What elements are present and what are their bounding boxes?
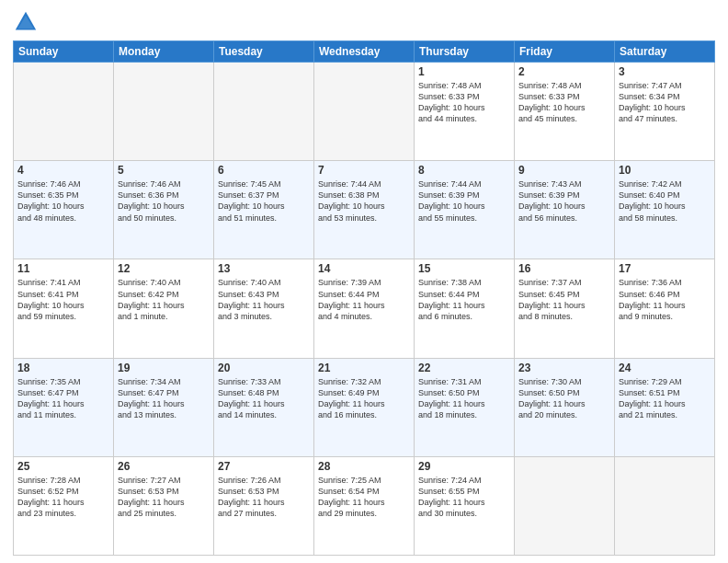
- day-number: 4: [17, 164, 109, 177]
- day-cell: 11Sunrise: 7:41 AMSunset: 6:41 PMDayligh…: [14, 259, 114, 358]
- day-cell: 5Sunrise: 7:46 AMSunset: 6:36 PMDaylight…: [114, 161, 214, 259]
- weekday-header-row: SundayMondayTuesdayWednesdayThursdayFrid…: [14, 41, 715, 63]
- day-info: Sunrise: 7:32 AMSunset: 6:49 PMDaylight:…: [318, 376, 410, 421]
- day-cell: 25Sunrise: 7:28 AMSunset: 6:52 PMDayligh…: [14, 456, 114, 555]
- day-cell: 23Sunrise: 7:30 AMSunset: 6:50 PMDayligh…: [515, 358, 615, 456]
- day-info: Sunrise: 7:45 AMSunset: 6:37 PMDaylight:…: [218, 178, 310, 224]
- day-cell: 27Sunrise: 7:26 AMSunset: 6:53 PMDayligh…: [214, 456, 314, 555]
- header: [13, 9, 715, 35]
- day-cell: 2Sunrise: 7:48 AMSunset: 6:33 PMDaylight…: [515, 63, 615, 161]
- day-number: 7: [318, 164, 410, 177]
- day-info: Sunrise: 7:46 AMSunset: 6:36 PMDaylight:…: [118, 178, 210, 224]
- weekday-saturday: Saturday: [615, 41, 715, 63]
- day-info: Sunrise: 7:33 AMSunset: 6:48 PMDaylight:…: [218, 376, 310, 421]
- day-number: 18: [17, 362, 109, 374]
- day-number: 11: [17, 262, 109, 275]
- day-cell: 3Sunrise: 7:47 AMSunset: 6:34 PMDaylight…: [615, 63, 715, 161]
- day-info: Sunrise: 7:40 AMSunset: 6:43 PMDaylight:…: [218, 277, 310, 322]
- day-info: Sunrise: 7:24 AMSunset: 6:55 PMDaylight:…: [418, 475, 510, 520]
- day-number: 2: [518, 65, 610, 78]
- weekday-tuesday: Tuesday: [214, 41, 314, 63]
- day-info: Sunrise: 7:36 AMSunset: 6:46 PMDaylight:…: [619, 277, 711, 322]
- day-number: 15: [418, 262, 510, 275]
- logo: [13, 9, 42, 35]
- day-number: 28: [318, 460, 410, 473]
- day-cell: 17Sunrise: 7:36 AMSunset: 6:46 PMDayligh…: [615, 259, 715, 358]
- day-info: Sunrise: 7:31 AMSunset: 6:50 PMDaylight:…: [418, 376, 510, 421]
- day-cell: 19Sunrise: 7:34 AMSunset: 6:47 PMDayligh…: [114, 358, 214, 456]
- day-cell: 13Sunrise: 7:40 AMSunset: 6:43 PMDayligh…: [214, 259, 314, 358]
- day-number: 12: [118, 262, 210, 275]
- day-cell: [515, 456, 615, 555]
- day-cell: 26Sunrise: 7:27 AMSunset: 6:53 PMDayligh…: [114, 456, 214, 555]
- day-info: Sunrise: 7:25 AMSunset: 6:54 PMDaylight:…: [318, 475, 410, 520]
- day-number: 26: [118, 460, 210, 473]
- day-cell: 22Sunrise: 7:31 AMSunset: 6:50 PMDayligh…: [415, 358, 515, 456]
- day-cell: 21Sunrise: 7:32 AMSunset: 6:49 PMDayligh…: [314, 358, 415, 456]
- weekday-thursday: Thursday: [415, 41, 515, 63]
- day-cell: 7Sunrise: 7:44 AMSunset: 6:38 PMDaylight…: [314, 161, 415, 259]
- day-cell: [214, 63, 314, 161]
- day-info: Sunrise: 7:29 AMSunset: 6:51 PMDaylight:…: [619, 376, 711, 421]
- day-cell: 18Sunrise: 7:35 AMSunset: 6:47 PMDayligh…: [14, 358, 114, 456]
- day-number: 20: [218, 362, 310, 374]
- day-number: 16: [518, 262, 610, 275]
- day-info: Sunrise: 7:37 AMSunset: 6:45 PMDaylight:…: [518, 277, 610, 322]
- day-info: Sunrise: 7:35 AMSunset: 6:47 PMDaylight:…: [17, 376, 109, 421]
- weekday-wednesday: Wednesday: [314, 41, 415, 63]
- day-cell: [114, 63, 214, 161]
- day-cell: 29Sunrise: 7:24 AMSunset: 6:55 PMDayligh…: [415, 456, 515, 555]
- day-cell: 14Sunrise: 7:39 AMSunset: 6:44 PMDayligh…: [314, 259, 415, 358]
- day-number: 6: [218, 164, 310, 177]
- day-info: Sunrise: 7:28 AMSunset: 6:52 PMDaylight:…: [17, 475, 109, 520]
- day-number: 24: [619, 362, 711, 374]
- day-number: 21: [318, 362, 410, 374]
- day-cell: 4Sunrise: 7:46 AMSunset: 6:35 PMDaylight…: [14, 161, 114, 259]
- day-number: 27: [218, 460, 310, 473]
- day-number: 14: [318, 262, 410, 275]
- day-number: 13: [218, 262, 310, 275]
- week-row-5: 25Sunrise: 7:28 AMSunset: 6:52 PMDayligh…: [14, 456, 715, 555]
- day-info: Sunrise: 7:26 AMSunset: 6:53 PMDaylight:…: [218, 475, 310, 520]
- day-cell: 9Sunrise: 7:43 AMSunset: 6:39 PMDaylight…: [515, 161, 615, 259]
- day-number: 19: [118, 362, 210, 374]
- day-number: 23: [518, 362, 610, 374]
- day-info: Sunrise: 7:48 AMSunset: 6:33 PMDaylight:…: [418, 80, 510, 125]
- day-cell: 10Sunrise: 7:42 AMSunset: 6:40 PMDayligh…: [615, 161, 715, 259]
- week-row-3: 11Sunrise: 7:41 AMSunset: 6:41 PMDayligh…: [14, 259, 715, 358]
- day-cell: [14, 63, 114, 161]
- day-number: 5: [118, 164, 210, 177]
- day-cell: 12Sunrise: 7:40 AMSunset: 6:42 PMDayligh…: [114, 259, 214, 358]
- weekday-friday: Friday: [515, 41, 615, 63]
- day-number: 17: [619, 262, 711, 275]
- day-info: Sunrise: 7:27 AMSunset: 6:53 PMDaylight:…: [118, 475, 210, 520]
- day-info: Sunrise: 7:42 AMSunset: 6:40 PMDaylight:…: [619, 178, 711, 224]
- week-row-4: 18Sunrise: 7:35 AMSunset: 6:47 PMDayligh…: [14, 358, 715, 456]
- day-cell: [314, 63, 415, 161]
- day-number: 22: [418, 362, 510, 374]
- day-cell: 24Sunrise: 7:29 AMSunset: 6:51 PMDayligh…: [615, 358, 715, 456]
- page: SundayMondayTuesdayWednesdayThursdayFrid…: [0, 0, 728, 563]
- day-info: Sunrise: 7:44 AMSunset: 6:38 PMDaylight:…: [318, 178, 410, 224]
- day-info: Sunrise: 7:38 AMSunset: 6:44 PMDaylight:…: [418, 277, 510, 322]
- calendar-table: SundayMondayTuesdayWednesdayThursdayFrid…: [13, 40, 715, 556]
- day-cell: 16Sunrise: 7:37 AMSunset: 6:45 PMDayligh…: [515, 259, 615, 358]
- day-info: Sunrise: 7:43 AMSunset: 6:39 PMDaylight:…: [518, 178, 610, 224]
- day-info: Sunrise: 7:44 AMSunset: 6:39 PMDaylight:…: [418, 178, 510, 224]
- day-number: 3: [619, 65, 711, 78]
- day-number: 9: [518, 164, 610, 177]
- day-cell: 28Sunrise: 7:25 AMSunset: 6:54 PMDayligh…: [314, 456, 415, 555]
- week-row-1: 1Sunrise: 7:48 AMSunset: 6:33 PMDaylight…: [14, 63, 715, 161]
- weekday-sunday: Sunday: [14, 41, 114, 63]
- day-info: Sunrise: 7:48 AMSunset: 6:33 PMDaylight:…: [518, 80, 610, 125]
- day-cell: 6Sunrise: 7:45 AMSunset: 6:37 PMDaylight…: [214, 161, 314, 259]
- week-row-2: 4Sunrise: 7:46 AMSunset: 6:35 PMDaylight…: [14, 161, 715, 259]
- day-cell: 20Sunrise: 7:33 AMSunset: 6:48 PMDayligh…: [214, 358, 314, 456]
- day-cell: [615, 456, 715, 555]
- day-number: 10: [619, 164, 711, 177]
- day-info: Sunrise: 7:39 AMSunset: 6:44 PMDaylight:…: [318, 277, 410, 322]
- weekday-monday: Monday: [114, 41, 214, 63]
- logo-icon: [13, 9, 39, 35]
- day-info: Sunrise: 7:30 AMSunset: 6:50 PMDaylight:…: [518, 376, 610, 421]
- day-number: 29: [418, 460, 510, 473]
